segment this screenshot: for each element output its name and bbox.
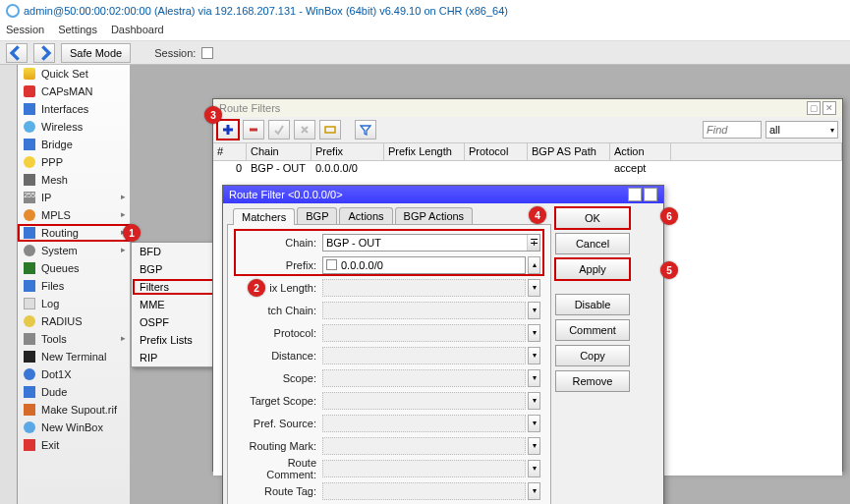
close-button[interactable]: ✕: [822, 101, 836, 115]
comment-button[interactable]: [319, 120, 341, 140]
menu-system[interactable]: System▸: [18, 242, 130, 259]
input-protocol[interactable]: [322, 324, 526, 342]
input-prefsource[interactable]: [322, 415, 526, 432]
expand-down-button[interactable]: ▾: [528, 392, 540, 410]
input-prefix[interactable]: 0.0.0.0/0: [322, 256, 526, 274]
col-plen[interactable]: Prefix Length: [384, 143, 465, 160]
close-button[interactable]: ✕: [644, 188, 657, 201]
expand-down-button[interactable]: ▾: [528, 369, 540, 387]
remove-dlg-button[interactable]: Remove: [555, 370, 630, 392]
tab-actions[interactable]: Actions: [339, 207, 392, 224]
tab-bgpactions[interactable]: BGP Actions: [395, 207, 474, 224]
menu-session[interactable]: Session: [6, 24, 44, 38]
filter-combo[interactable]: all▾: [765, 121, 838, 139]
menu-newterminal[interactable]: New Terminal: [18, 348, 130, 365]
menu-tools[interactable]: Tools▸: [18, 330, 130, 348]
menu-makesupout[interactable]: Make Supout.rif: [18, 401, 130, 419]
tab-bgp[interactable]: BGP: [297, 207, 337, 224]
expand-down-button[interactable]: ▾: [528, 482, 540, 500]
disable-button[interactable]: Disable: [555, 294, 630, 315]
input-routetag[interactable]: [322, 482, 526, 500]
col-prefix[interactable]: Prefix: [312, 143, 384, 160]
menu-bridge[interactable]: Bridge: [18, 136, 130, 153]
files-icon: [24, 280, 35, 292]
session-checkbox[interactable]: [201, 47, 213, 59]
add-button[interactable]: [217, 120, 239, 140]
dialog-tabs: Matchers BGP Actions BGP Actions Chain: …: [227, 207, 551, 504]
expand-down-button[interactable]: ▾: [528, 324, 540, 342]
collapse-up-button[interactable]: ▴: [528, 256, 540, 274]
filter-button[interactable]: [355, 120, 376, 140]
input-distance[interactable]: [322, 347, 526, 364]
mpls-icon: [24, 209, 35, 221]
chevron-doubledown-icon[interactable]: ∓: [527, 235, 539, 251]
col-proto[interactable]: Protocol: [465, 143, 528, 160]
col-chain[interactable]: Chain: [247, 143, 312, 160]
minimize-button[interactable]: ▢: [628, 188, 642, 201]
col-aspath[interactable]: BGP AS Path: [528, 143, 610, 160]
col-action[interactable]: Action: [610, 143, 671, 160]
menu-mpls[interactable]: MPLS▸: [18, 206, 130, 224]
menu-ip[interactable]: 255IP▸: [18, 189, 130, 206]
menu-ppp[interactable]: PPP: [18, 153, 130, 171]
input-scope[interactable]: [322, 369, 526, 387]
menu-mesh[interactable]: Mesh: [18, 171, 130, 189]
input-targetscope[interactable]: [322, 392, 526, 410]
tools-icon: [24, 333, 35, 345]
supout-icon: [24, 404, 35, 416]
col-num[interactable]: #: [213, 143, 247, 160]
route-filter-dialog: Route Filter <0.0.0.0/0> ▢ ✕ Matchers BG…: [222, 185, 664, 504]
route-filters-titlebar[interactable]: Route Filters ▢ ✕: [213, 99, 842, 117]
routing-icon: [24, 227, 35, 239]
menu-queues[interactable]: Queues: [18, 259, 130, 277]
expand-down-button[interactable]: ▾: [528, 460, 540, 477]
menu-capsman[interactable]: CAPsMAN: [18, 83, 130, 100]
chevron-right-icon: ▸: [121, 192, 126, 201]
bridge-icon: [24, 139, 35, 150]
safe-mode-button[interactable]: Safe Mode: [61, 43, 131, 63]
input-matchchain[interactable]: [322, 302, 526, 319]
menu-routing[interactable]: Routing▸: [18, 224, 130, 242]
table-row[interactable]: 0 BGP - OUT 0.0.0.0/0 accept: [213, 161, 842, 176]
expand-down-button[interactable]: ▾: [528, 279, 540, 297]
expand-down-button[interactable]: ▾: [528, 437, 540, 455]
menu-interfaces[interactable]: Interfaces: [18, 100, 130, 118]
menu-log[interactable]: Log: [18, 295, 130, 312]
ip-icon: 255: [24, 192, 35, 203]
menu-newwinbox[interactable]: New WinBox: [18, 419, 130, 436]
copy-button[interactable]: Copy: [555, 345, 630, 366]
input-plen[interactable]: [322, 279, 526, 297]
expand-down-button[interactable]: ▾: [528, 302, 540, 319]
menu-settings[interactable]: Settings: [58, 24, 97, 38]
input-routingmark[interactable]: [322, 437, 526, 455]
row-chain: Chain: BGP - OUT∓: [238, 233, 540, 252]
minimize-button[interactable]: ▢: [807, 101, 821, 115]
expand-down-button[interactable]: ▾: [528, 347, 540, 364]
ok-button[interactable]: OK: [555, 207, 630, 229]
comment-button[interactable]: Comment: [555, 319, 630, 341]
tab-matchers[interactable]: Matchers: [233, 208, 295, 225]
undo-button[interactable]: [6, 43, 28, 63]
prefix-invert-checkbox[interactable]: [326, 259, 337, 270]
menu-radius[interactable]: RADIUS: [18, 312, 130, 330]
menu-dashboard[interactable]: Dashboard: [111, 24, 164, 38]
menu-dude[interactable]: Dude: [18, 383, 130, 401]
menu-exit[interactable]: Exit: [18, 436, 130, 454]
enable-button[interactable]: [268, 120, 290, 140]
disable-button[interactable]: [294, 120, 315, 140]
menu-quickset[interactable]: Quick Set: [18, 65, 130, 83]
apply-button[interactable]: Apply: [555, 258, 630, 280]
marker-2: 2: [248, 279, 265, 297]
remove-button[interactable]: [243, 120, 264, 140]
input-routecomment[interactable]: [322, 460, 526, 477]
route-filter-titlebar[interactable]: Route Filter <0.0.0.0/0> ▢ ✕: [223, 186, 663, 203]
menu-dot1x[interactable]: Dot1X: [18, 365, 130, 383]
main-toolbar: Safe Mode Session:: [0, 41, 850, 65]
redo-button[interactable]: [33, 43, 55, 63]
find-input[interactable]: [703, 121, 762, 139]
expand-down-button[interactable]: ▾: [528, 415, 540, 432]
menu-files[interactable]: Files: [18, 277, 130, 295]
menu-wireless[interactable]: Wireless: [18, 118, 130, 136]
input-chain[interactable]: BGP - OUT∓: [322, 234, 540, 252]
cancel-button[interactable]: Cancel: [555, 233, 630, 254]
